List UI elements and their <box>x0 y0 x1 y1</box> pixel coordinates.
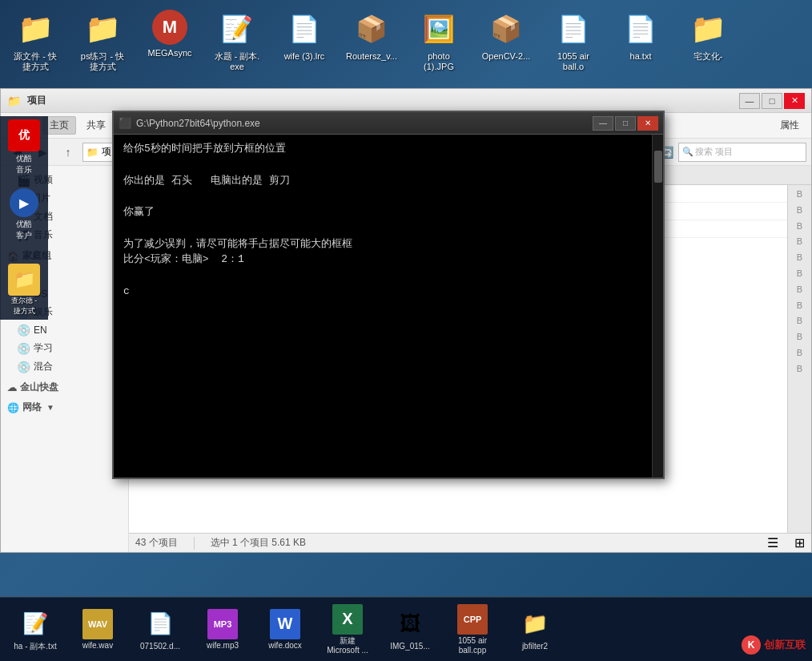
taskbar-icon-1055cpp[interactable]: CPP 1055 airball.cpp <box>444 601 501 659</box>
desktop-icon-routersz[interactable]: 📦 Routersz_v... <box>340 6 404 65</box>
taskbar-label: wife.mp3 <box>207 641 239 651</box>
cpp-icon: CPP <box>457 604 488 635</box>
taskbar-icon-wav[interactable]: WAV wife.wav <box>69 606 127 654</box>
taskbar-label: 071502.d... <box>140 642 180 651</box>
desktop-icon-ps[interactable]: 📁 ps练习 - 快捷方式 <box>70 6 135 75</box>
search-icon: 🔍 <box>682 147 693 157</box>
desktop-icon-wife3[interactable]: 📄 wife (3).lrc <box>272 6 336 65</box>
right-panel-scrollbar: BBBBBBBBBBBB <box>787 185 811 533</box>
youku-player-label: 优酷客户 <box>16 219 32 241</box>
taskbar-icon-img015[interactable]: 🖼 IMG_015... <box>381 605 439 655</box>
taskbar-label: wife.wav <box>82 641 113 651</box>
desktop-icon-ha[interactable]: 📄 ha.txt <box>609 6 673 65</box>
youku-player-icon[interactable]: ▶ 优酷客户 <box>10 188 38 241</box>
taskbar-icon-jbfilter2[interactable]: 📁 jbfilter2 <box>506 605 564 655</box>
folder-icon: 📁 <box>16 10 54 48</box>
terminal-scroll-thumb <box>654 151 662 183</box>
taskbar-label: 1055 airball.cpp <box>458 636 487 655</box>
left-desktop-icons: 📁 查尔德 -捷方式 <box>8 264 40 316</box>
file-icon: 📄 <box>554 10 593 48</box>
terminal-line-empty-1 <box>123 157 653 173</box>
desktop-icon-photo[interactable]: 🖼️ photo(1).JPG <box>407 6 471 75</box>
disk-icon: 💿 <box>17 342 30 355</box>
sidebar-item-hun[interactable]: 💿 混合 <box>1 357 128 376</box>
desktop-icon-1055[interactable]: 📄 1055 airball.o <box>541 6 605 75</box>
txt-icon: 📄 <box>621 10 660 48</box>
jpg-icon: 🖼 <box>394 608 426 640</box>
excel-icon: X <box>332 604 363 635</box>
python-terminal-window: ⬛ G:\Python27bit64\python.exe — □ ✕ 给你5秒… <box>112 111 665 479</box>
folder-icon: 📁 <box>83 10 122 48</box>
youku-icon[interactable]: 优 优酷音乐 <box>8 119 40 175</box>
toolbar-share-btn[interactable]: 共享 <box>79 116 113 135</box>
word-icon: W <box>270 609 300 639</box>
desktop-icon-zhai[interactable]: 📁 宅文化- <box>676 6 740 65</box>
desktop-icon-label: Routersz_v... <box>346 51 397 62</box>
desktop-icon-label: 1055 airball.o <box>557 51 589 72</box>
desktop-icons-top: 📁 源文件 - 快捷方式 📁 ps练习 - 快捷方式 M MEGAsync 📝 … <box>0 0 812 82</box>
maximize-button[interactable]: □ <box>762 93 782 109</box>
desktop-icon-mega[interactable]: M MEGAsync <box>138 6 202 62</box>
sidebar-kuaipan-header[interactable]: ☁ 金山快盘 <box>1 377 128 397</box>
brand-logo-icon: K <box>742 635 761 655</box>
taskbar-icon-mp3[interactable]: MP3 wife.mp3 <box>194 606 251 654</box>
sidebar-item-xuexi[interactable]: 💿 学习 <box>1 339 128 357</box>
terminal-maximize-button[interactable]: □ <box>615 116 636 131</box>
terminal-line-6: c <box>123 284 653 300</box>
status-bar: 43 个项目 选中 1 个项目 5.61 KB ☰ ⊞ <box>129 533 811 552</box>
view-toggle-button[interactable]: ☰ <box>767 535 778 550</box>
desktop-icon-label: 水题 - 副本.exe <box>215 51 260 72</box>
file-icon: 📄 <box>285 10 324 48</box>
close-button[interactable]: ✕ <box>784 93 805 109</box>
desktop-icon-chaer[interactable]: 📁 查尔德 -捷方式 <box>8 264 40 316</box>
desktop-icon-label: wife (3).lrc <box>284 51 325 62</box>
rar-icon: 📦 <box>352 10 391 48</box>
terminal-line-5: 比分<玩家：电脑> 2：1 <box>123 252 653 268</box>
terminal-icon: ⬛ <box>119 117 131 129</box>
sidebar-item-label: EN <box>34 324 47 336</box>
terminal-line-empty-2 <box>123 188 653 204</box>
mega-icon: M <box>152 10 187 45</box>
wav-icon: WAV <box>82 609 113 639</box>
view-details-button[interactable]: ⊞ <box>794 535 805 550</box>
desktop: 📁 源文件 - 快捷方式 📁 ps练习 - 快捷方式 M MEGAsync 📝 … <box>0 0 812 661</box>
jpg-icon: 🖼️ <box>420 10 458 48</box>
terminal-title-area: ⬛ G:\Python27bit64\python.exe <box>119 117 260 129</box>
minimize-button[interactable]: — <box>739 93 760 109</box>
taskbar-icon-microsoft[interactable]: X 新建Microsoft ... <box>319 601 376 659</box>
file-icon: 📝 <box>218 10 256 48</box>
taskbar-icon-docx[interactable]: W wife.docx <box>256 606 314 654</box>
right-panel-items: BBBBBBBBBBBB <box>797 187 802 377</box>
taskbar-icon-071502[interactable]: 📄 071502.d... <box>131 605 189 655</box>
terminal-titlebar: ⬛ G:\Python27bit64\python.exe — □ ✕ <box>114 112 663 135</box>
desktop-icon-label: 源文件 - 快捷方式 <box>14 51 57 72</box>
desktop-icon-label: ha.txt <box>630 51 652 62</box>
terminal-line-4: 为了减少误判，请尽可能将手占据尽可能大的框框 <box>123 236 653 252</box>
rar-icon: 📦 <box>487 10 525 48</box>
desktop-icon-shuibi[interactable]: 📝 水题 - 副本.exe <box>205 6 269 75</box>
terminal-controls: — □ ✕ <box>593 116 658 131</box>
terminal-line-2: 你出的是 石头 电脑出的是 剪刀 <box>123 173 653 189</box>
desktop-icon-opencv[interactable]: 📦 OpenCV-2... <box>474 6 538 65</box>
taskbar-label: 新建Microsoft ... <box>327 636 368 655</box>
sidebar-network-header[interactable]: 🌐 网络 ▼ <box>1 397 128 417</box>
up-button[interactable]: ↑ <box>57 142 79 163</box>
window-controls: — □ ✕ <box>739 93 805 109</box>
chaer-label: 查尔德 -捷方式 <box>11 296 38 316</box>
terminal-scrollbar[interactable] <box>652 135 663 478</box>
taskbar: 📝 ha - 副本.txt WAV wife.wav 📄 071502.d...… <box>0 597 812 661</box>
terminal-close-button[interactable]: ✕ <box>637 116 658 131</box>
terminal-minimize-button[interactable]: — <box>593 116 613 131</box>
network-label: 网络 <box>22 401 42 414</box>
search-box[interactable]: 🔍 搜索 项目 <box>678 143 806 162</box>
taskbar-icon-ha[interactable]: 📝 ha - 副本.txt <box>6 605 64 655</box>
txt-icon: 📝 <box>19 608 51 640</box>
desktop-icon-source[interactable]: 📁 源文件 - 快捷方式 <box>3 6 67 75</box>
sidebar-item-en[interactable]: 💿 EN <box>1 321 128 339</box>
sidebar-item-label: 混合 <box>34 360 53 373</box>
status-total: 43 个项目 <box>135 536 178 550</box>
properties-btn[interactable]: 属性 <box>773 116 806 135</box>
desktop-icon-label: 宅文化- <box>693 51 723 62</box>
status-selected: 选中 1 个项目 5.61 KB <box>211 536 306 550</box>
terminal-title-text: G:\Python27bit64\python.exe <box>136 118 260 129</box>
